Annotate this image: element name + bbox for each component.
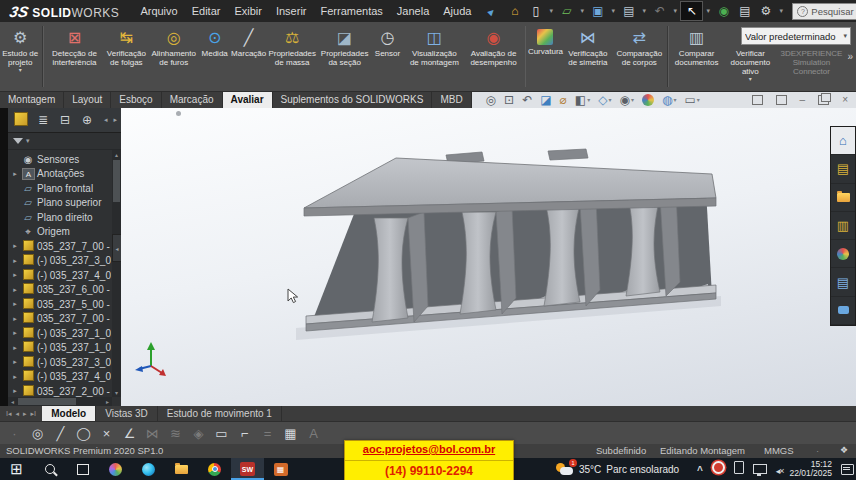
- tree-item-plano-frontal[interactable]: ▱Plano frontal: [11, 181, 111, 196]
- save-icon[interactable]: ▣: [587, 2, 608, 20]
- zoom-to-fit-icon[interactable]: ◎: [486, 93, 496, 107]
- tree-item-035-237-3-00-ch[interactable]: ▸(-) 035_237_3_00 - Ch: [11, 254, 111, 269]
- ribbon-alinhamento-de-furos[interactable]: ◎ Alinhamento de furos: [150, 22, 198, 91]
- doc-tile-icon[interactable]: [752, 95, 763, 105]
- search-button[interactable]: [33, 458, 66, 480]
- doc-restore-button[interactable]: [818, 95, 829, 105]
- ellipse-tool-icon[interactable]: ◯: [75, 426, 92, 441]
- apply-scene-icon[interactable]: ◍▾: [662, 93, 677, 107]
- new-document-icon[interactable]: ▯: [525, 2, 546, 20]
- help-search-box[interactable]: ? Pesquisar a Ajuda do ▾: [792, 3, 856, 20]
- dimxpert-tab-icon[interactable]: ⊕: [78, 113, 96, 127]
- tree-item-origem[interactable]: ⌖Origem: [11, 225, 111, 240]
- open-icon[interactable]: ▱: [556, 2, 577, 20]
- tree-item-035-237-1-00-ar[interactable]: ▸(-) 035_237_1_00 - Ar: [11, 326, 111, 341]
- ribbon-overflow-chevron[interactable]: »: [844, 51, 856, 62]
- corner-rectangle-icon[interactable]: ▭: [213, 426, 230, 441]
- trim-tool-icon[interactable]: ×: [98, 426, 115, 441]
- first-tab-icon[interactable]: Ⅰ◂: [6, 410, 12, 418]
- impress-icon[interactable]: ▦: [264, 458, 297, 480]
- task-view-button[interactable]: [66, 458, 99, 480]
- chrome-icon[interactable]: [198, 458, 231, 480]
- tab-esboco[interactable]: Esboço: [111, 91, 161, 108]
- home-tab-icon[interactable]: ⌂: [831, 127, 855, 155]
- linear-pattern-icon[interactable]: ▦: [282, 426, 299, 441]
- tree-item-sensores[interactable]: ◉Sensores: [11, 152, 111, 167]
- ribbon-marcacao[interactable]: ╱ Marcação: [232, 22, 266, 91]
- tree-item-035-237-1-00-ar[interactable]: ▸(-) 035_237_1_00 - Ar: [11, 341, 111, 356]
- ribbon-avaliacao-de-desempenho[interactable]: ◉ Avaliação de desempenho: [464, 22, 523, 91]
- tab-avaliar[interactable]: Avaliar: [223, 91, 273, 108]
- circle-tool-icon[interactable]: ◎: [29, 426, 46, 441]
- ribbon-verificacao-de-simetria[interactable]: ⋈ Verificação de simetria: [562, 22, 613, 91]
- doc-tab-vistas-3d[interactable]: Vistas 3D: [96, 406, 158, 421]
- last-tab-icon[interactable]: ▸Ⅰ: [31, 410, 37, 418]
- ribbon-curvatura[interactable]: Curvatura: [528, 22, 562, 91]
- horizontal-scroll-thumb[interactable]: [18, 398, 76, 405]
- file-explorer-icon[interactable]: [831, 184, 855, 212]
- panel-tab-scroll-arrows[interactable]: ◂ ▸: [104, 116, 119, 124]
- copilot-icon[interactable]: [99, 458, 132, 480]
- tab-montagem[interactable]: Montagem: [0, 91, 64, 108]
- menu-exibir[interactable]: Exibir: [227, 5, 269, 17]
- zoom-to-area-icon[interactable]: ⊡: [504, 93, 514, 107]
- tree-item-035-237-7-00-chap[interactable]: ▸035_237_7_00 - Chap: [11, 239, 111, 254]
- edge-icon[interactable]: [132, 458, 165, 480]
- tree-filter-row[interactable]: ▾: [8, 133, 121, 150]
- ribbon-estudo-de-projeto[interactable]: ⚙ Estudo de projeto ▾: [0, 22, 40, 91]
- previous-view-icon[interactable]: ↶: [522, 93, 532, 107]
- hide-show-items-icon[interactable]: ◉▾: [619, 93, 634, 107]
- tree-vertical-scrollbar[interactable]: ▴ ▾: [112, 150, 121, 397]
- graphics-viewport[interactable]: ⌂▤▥▤: [121, 108, 856, 406]
- file-explorer-icon[interactable]: [165, 458, 198, 480]
- scroll-up-icon[interactable]: ▴: [115, 150, 118, 159]
- prev-tab-icon[interactable]: ◂: [16, 410, 20, 418]
- menu-editar[interactable]: Editar: [185, 5, 228, 17]
- units-selector[interactable]: MMGS: [764, 445, 794, 456]
- tree-item-035-237-6-00-chap[interactable]: ▸035_237_6_00 - Chap: [11, 283, 111, 298]
- ribbon-propriedades-de-massa[interactable]: ⚖ Propriedades de massa: [266, 22, 319, 91]
- pin-menu-icon[interactable]: ►: [484, 4, 499, 19]
- custom-properties-icon[interactable]: ▤: [831, 268, 855, 296]
- open-icon-caret[interactable]: ▾: [577, 2, 587, 20]
- doc-close-button[interactable]: ×: [842, 94, 848, 105]
- undo-icon-caret[interactable]: ▾: [670, 2, 680, 20]
- options-list-icon[interactable]: ▤: [734, 2, 755, 20]
- scroll-down-icon[interactable]: ▾: [115, 388, 118, 397]
- measure-icon[interactable]: ⌀: [560, 93, 567, 107]
- forum-icon[interactable]: [831, 297, 855, 325]
- next-tab-icon[interactable]: ▸: [23, 410, 27, 418]
- rebuild-icon[interactable]: ◉: [713, 2, 734, 20]
- recording-icon[interactable]: [712, 460, 725, 478]
- scroll-right-icon[interactable]: ▸: [103, 398, 112, 405]
- undo-icon[interactable]: ↶: [649, 2, 670, 20]
- doc-tab-modelo[interactable]: Modelo: [42, 406, 96, 421]
- menu-inserir[interactable]: Inserir: [269, 5, 314, 17]
- tree-item-035-237-7-00-chap[interactable]: ▸035_237_7_00 - Chap: [11, 312, 111, 327]
- ad-email-link[interactable]: aoc.projetos@bol.com.br: [345, 441, 513, 461]
- tag-icon[interactable]: ❖: [840, 445, 848, 455]
- doc-tab-estudo-de-movimento-1[interactable]: Estudo de movimento 1: [158, 406, 282, 421]
- section-view-icon[interactable]: ◪: [540, 93, 551, 107]
- design-library-icon[interactable]: ▤: [831, 155, 855, 183]
- select-arrow-icon-caret[interactable]: ▾: [703, 2, 713, 20]
- tree-item-plano-superior[interactable]: ▱Plano superior: [11, 196, 111, 211]
- doc-tile2-icon[interactable]: [776, 95, 787, 105]
- appearances-icon[interactable]: [831, 240, 855, 268]
- ribbon-propriedades-da-secao[interactable]: ◪ Propriedades da seção: [319, 22, 371, 91]
- ribbon-comparacao-de-corpos[interactable]: ⇄ Comparação de corpos: [613, 22, 665, 91]
- ribbon-comparar-documentos[interactable]: ▥ Comparar documentos: [671, 22, 722, 91]
- menu-ferramentas[interactable]: Ferramentas: [314, 5, 390, 17]
- ribbon-sensor[interactable]: ◷ Sensor: [371, 22, 405, 91]
- print-icon[interactable]: ▤: [618, 2, 639, 20]
- view-settings-icon[interactable]: ▭▾: [684, 93, 699, 107]
- tab-suplementos-do-solidworks[interactable]: Suplementos do SOLIDWORKS: [273, 91, 433, 108]
- ribbon-verificar-documento-ativo-caret[interactable]: ▾: [749, 76, 752, 82]
- displaymanager-tab-icon[interactable]: ⊟: [56, 113, 74, 127]
- home-icon[interactable]: ⌂: [504, 2, 525, 20]
- new-document-icon-caret[interactable]: ▾: [546, 2, 556, 20]
- ribbon-verificacao-de-folgas[interactable]: ↹ Verificação de folgas: [103, 22, 150, 91]
- menu-arquivo[interactable]: Arquivo: [133, 5, 184, 17]
- doc-minimize-button[interactable]: –: [800, 94, 806, 105]
- tree-item-035-237-4-00-ch[interactable]: ▸(-) 035_237_4_00 - Ch: [11, 370, 111, 385]
